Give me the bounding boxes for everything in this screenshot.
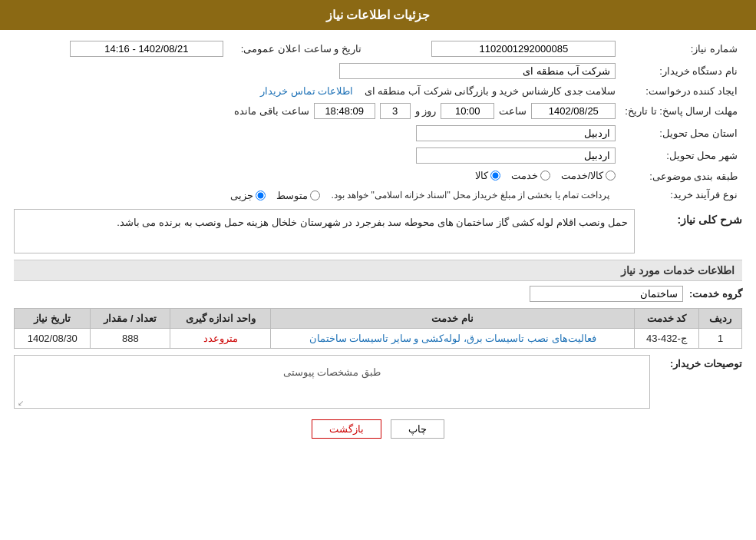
province-input[interactable]: [416, 125, 616, 141]
cell-name: فعالیت‌های نصب تاسیسات برق، لوله‌کشی و س…: [271, 328, 634, 348]
main-content: شماره نیاز: تاریخ و ساعت اعلان عمومی: نا…: [0, 38, 756, 452]
category-radio-khedmat[interactable]: [540, 171, 550, 181]
info-table: شماره نیاز: تاریخ و ساعت اعلان عمومی: نا…: [14, 38, 742, 204]
col-qty: تعداد / مقدار: [91, 308, 170, 328]
city-label: شهر محل تحویل:: [620, 144, 742, 167]
deadline-remaining-label: ساعت باقی مانده: [234, 105, 309, 117]
category-label-kala-khedmat: کالا/خدمت: [561, 170, 604, 181]
category-option-kala[interactable]: کالا: [475, 170, 500, 181]
cell-unit: متروعدد: [170, 328, 271, 348]
page-wrapper: جزئیات اطلاعات نیاز شماره نیاز: تاریخ و …: [0, 0, 756, 540]
cell-qty: 888: [91, 328, 170, 348]
deadline-days-label: روز و: [415, 105, 437, 117]
services-table-section: ردیف کد خدمت نام خدمت واحد اندازه گیری ت…: [14, 308, 742, 349]
category-label-khedmat: خدمت: [511, 170, 538, 181]
process-label-jozi: جزیی: [230, 190, 253, 201]
creator-label: ایجاد کننده درخواست:: [620, 82, 742, 100]
services-data-table: ردیف کد خدمت نام خدمت واحد اندازه گیری ت…: [14, 308, 742, 349]
deadline-date-input[interactable]: [531, 103, 616, 119]
footer-buttons: چاپ بازگشت: [14, 419, 742, 439]
cell-date: 1402/08/30: [15, 328, 91, 348]
col-date: تاریخ نیاز: [15, 308, 91, 328]
col-unit: واحد اندازه گیری: [170, 308, 271, 328]
description-label: شرح کلی نیاز:: [635, 209, 742, 253]
category-label-kala: کالا: [475, 170, 488, 181]
need-number-value: [366, 38, 620, 60]
category-radio-group: کالا/خدمت خدمت کالا: [475, 170, 616, 181]
category-option-kala-khedmat[interactable]: کالا/خدمت: [561, 170, 616, 181]
buyer-notes-box: طبق مشخصات پیوستی ↙: [14, 355, 650, 409]
col-name: نام خدمت: [271, 308, 634, 328]
process-note: پرداخت تمام یا بخشی از مبلغ خریداز محل "…: [331, 190, 609, 200]
deadline-time-label: ساعت: [499, 105, 527, 117]
process-option-mutavasset[interactable]: متوسط: [276, 190, 320, 201]
deadline-time-input[interactable]: [441, 103, 494, 119]
description-text: حمل ونصب اقلام لوله کشی گاز ساختمان های …: [21, 214, 628, 231]
back-button[interactable]: بازگشت: [312, 419, 381, 439]
buyer-notes-label: توصیحات خریدار:: [658, 355, 742, 369]
province-label: استان محل تحویل:: [620, 122, 742, 144]
buyer-notes-text: طبق مشخصات پیوستی: [19, 359, 645, 378]
page-title: جزئیات اطلاعات نیاز: [0, 0, 756, 30]
announce-date-input[interactable]: [70, 41, 223, 57]
buyer-org-input[interactable]: [339, 63, 616, 79]
description-box: حمل ونصب اقلام لوله کشی گاز ساختمان های …: [14, 209, 635, 253]
group-service-label: گروه خدمت:: [689, 288, 742, 300]
description-table: شرح کلی نیاز: حمل ونصب اقلام لوله کشی گا…: [14, 209, 742, 253]
cell-row: 1: [699, 328, 742, 348]
category-radio-kala-khedmat[interactable]: [606, 171, 616, 181]
creator-value: سلامت جدی کارشناس خرید و بازرگانی شرکت آ…: [365, 85, 616, 97]
need-number-label: شماره نیاز:: [620, 38, 742, 60]
deadline-days-input[interactable]: [380, 103, 411, 119]
process-radio-jozi[interactable]: [256, 190, 266, 200]
creator-contact-link[interactable]: اطلاعات تماس خریدار: [260, 85, 353, 97]
city-input[interactable]: [416, 147, 616, 164]
description-content: حمل ونصب اقلام لوله کشی گاز ساختمان های …: [14, 209, 635, 253]
need-number-input[interactable]: [431, 41, 616, 57]
table-row: 1 ج-432-43 فعالیت‌های نصب تاسیسات برق، ل…: [15, 328, 742, 348]
process-radio-group: پرداخت تمام یا بخشی از مبلغ خریداز محل "…: [230, 190, 616, 201]
buyer-org-label: نام دستگاه خریدار:: [620, 60, 742, 82]
cell-code: ج-432-43: [634, 328, 699, 348]
announce-date-value: [14, 38, 228, 60]
services-section-title: اطلاعات خدمات مورد نیاز: [14, 260, 742, 281]
description-section: شرح کلی نیاز: حمل ونصب اقلام لوله کشی گا…: [14, 209, 742, 253]
category-radio-kala[interactable]: [490, 171, 500, 181]
col-row: ردیف: [699, 308, 742, 328]
col-code: کد خدمت: [634, 308, 699, 328]
group-service-row: گروه خدمت:: [14, 286, 742, 302]
process-radio-mutavasset[interactable]: [310, 190, 320, 200]
group-service-input[interactable]: [530, 286, 683, 302]
process-label-mutavasset: متوسط: [276, 190, 308, 201]
buyer-notes-section: توصیحات خریدار: طبق مشخصات پیوستی ↙: [14, 355, 742, 409]
deadline-remaining-input[interactable]: [314, 103, 375, 119]
announce-date-label: تاریخ و ساعت اعلان عمومی:: [228, 38, 366, 60]
process-label: نوع فرآیند خرید:: [620, 186, 742, 204]
print-button[interactable]: چاپ: [391, 419, 444, 439]
process-option-jozi[interactable]: جزیی: [230, 190, 266, 201]
resize-handle: ↙: [16, 399, 24, 406]
category-label: طبقه بندی موضوعی:: [620, 167, 742, 186]
category-option-khedmat[interactable]: خدمت: [511, 170, 550, 181]
deadline-label: مهلت ارسال پاسخ: تا تاریخ:: [620, 100, 742, 122]
